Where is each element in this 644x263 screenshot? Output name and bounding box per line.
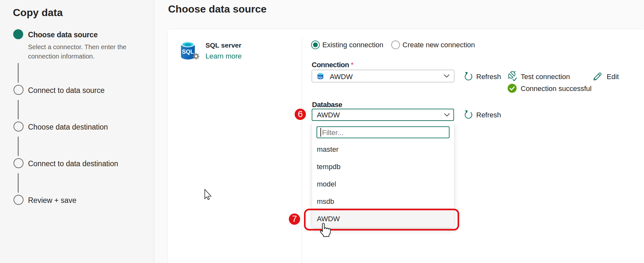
svg-text:SQL: SQL <box>182 49 194 55</box>
svg-text:SQL: SQL <box>318 76 323 79</box>
